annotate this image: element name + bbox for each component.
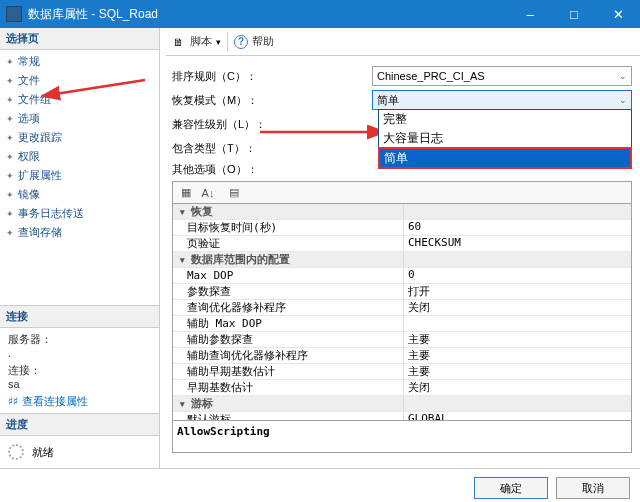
grid-row[interactable]: 查询优化器修补程序关闭 [173, 300, 631, 316]
link-icon: ♯♯ [8, 395, 18, 408]
connection-label: 连接： [8, 363, 151, 378]
sidebar-item-label: 更改跟踪 [18, 130, 62, 145]
bullet-icon: ✦ [6, 171, 14, 181]
grid-row[interactable]: 辅助查询优化器修补程序主要 [173, 348, 631, 364]
recovery-option-simple[interactable]: 简单 [379, 148, 631, 168]
script-label[interactable]: 脚本 [190, 34, 212, 49]
progress-header: 进度 [0, 414, 159, 436]
recovery-select[interactable]: 简单⌄ [372, 90, 632, 110]
bullet-icon: ✦ [6, 114, 14, 124]
sidebar-item-label: 文件 [18, 73, 40, 88]
chevron-down-icon: ⌄ [619, 95, 627, 105]
sidebar-item-label: 文件组 [18, 92, 51, 107]
progress-status: 就绪 [32, 445, 54, 460]
collation-select[interactable]: Chinese_PRC_CI_AS⌄ [372, 66, 632, 86]
minimize-button[interactable]: – [508, 0, 552, 28]
bullet-icon: ✦ [6, 228, 14, 238]
grid-row[interactable]: 辅助早期基数估计主要 [173, 364, 631, 380]
sidebar-item-label: 选项 [18, 111, 40, 126]
grid-category-scope[interactable]: ▾数据库范围内的配置 [173, 252, 631, 268]
grid-row[interactable]: Max DOP0 [173, 268, 631, 284]
grid-row[interactable]: 辅助 Max DOP [173, 316, 631, 332]
sidebar-item-filegroups[interactable]: ✦文件组 [0, 90, 159, 109]
chevron-down-icon: ⌄ [619, 71, 627, 81]
connection-body: 服务器：. 连接：sa ♯♯查看连接属性 [0, 328, 159, 413]
progress-body: 就绪 [0, 436, 159, 468]
ok-button[interactable]: 确定 [474, 477, 548, 499]
grid-row[interactable]: 参数探查打开 [173, 284, 631, 300]
help-icon[interactable]: ? [234, 35, 248, 49]
connection-header: 连接 [0, 306, 159, 328]
property-grid-toolbar: ▦ A↓ ▤ [172, 181, 632, 203]
recovery-option-bulk[interactable]: 大容量日志 [379, 129, 631, 148]
grid-row[interactable]: 页验证CHECKSUM [173, 236, 631, 252]
bullet-icon: ✦ [6, 209, 14, 219]
sidebar-item-label: 权限 [18, 149, 40, 164]
sidebar-item-querystore[interactable]: ✦查询存储 [0, 223, 159, 242]
link-label: 查看连接属性 [22, 394, 88, 409]
grid-row[interactable]: 默认游标GLOBAL [173, 412, 631, 421]
bullet-icon: ✦ [6, 57, 14, 67]
server-label: 服务器： [8, 332, 151, 347]
grid-row[interactable]: 辅助参数探查主要 [173, 332, 631, 348]
categorize-icon[interactable]: ▦ [177, 184, 195, 202]
form-area: 排序规则（C）： Chinese_PRC_CI_AS⌄ 恢复模式（M）： 简单⌄… [166, 56, 640, 457]
collapse-caret-icon[interactable]: ▾ [177, 399, 187, 409]
collapse-caret-icon[interactable]: ▾ [177, 207, 187, 217]
sidebar-item-changetracking[interactable]: ✦更改跟踪 [0, 128, 159, 147]
sidebar-item-general[interactable]: ✦常规 [0, 52, 159, 71]
bullet-icon: ✦ [6, 152, 14, 162]
recovery-value: 简单 [377, 93, 399, 108]
sidebar-item-files[interactable]: ✦文件 [0, 71, 159, 90]
collapse-caret-icon[interactable]: ▾ [177, 255, 187, 265]
server-value: . [8, 347, 151, 359]
collation-label: 排序规则（C）： [172, 69, 372, 84]
connection-value: sa [8, 378, 151, 390]
sort-az-icon[interactable]: A↓ [199, 184, 217, 202]
sidebar-item-label: 事务日志传送 [18, 206, 84, 221]
property-description: AllowScripting [172, 421, 632, 453]
window-title: 数据库属性 - SQL_Road [28, 6, 508, 23]
collation-value: Chinese_PRC_CI_AS [377, 70, 485, 82]
dialog-buttons: 确定 取消 [0, 468, 640, 502]
sidebar-item-permissions[interactable]: ✦权限 [0, 147, 159, 166]
property-grid[interactable]: ▾恢复 目标恢复时间(秒)60 页验证CHECKSUM ▾数据库范围内的配置 M… [172, 203, 632, 421]
containment-label: 包含类型（T）： [172, 141, 372, 156]
script-icon[interactable]: 🗎 [170, 34, 186, 50]
bullet-icon: ✦ [6, 95, 14, 105]
main-panel: 🗎 脚本 ▾ ? 帮助 排序规则（C）： Chinese_PRC_CI_AS⌄ … [160, 28, 640, 468]
sidebar-item-extprops[interactable]: ✦扩展属性 [0, 166, 159, 185]
bullet-icon: ✦ [6, 133, 14, 143]
grid-category-cursor[interactable]: ▾游标 [173, 396, 631, 412]
progress-spinner-icon [8, 444, 24, 460]
app-icon [6, 6, 22, 22]
sidebar-item-label: 常规 [18, 54, 40, 69]
sidebar-item-logshipping[interactable]: ✦事务日志传送 [0, 204, 159, 223]
sidebar-item-label: 扩展属性 [18, 168, 62, 183]
sidebar-item-options[interactable]: ✦选项 [0, 109, 159, 128]
sidebar: 选择页 ✦常规 ✦文件 ✦文件组 ✦选项 ✦更改跟踪 ✦权限 ✦扩展属性 ✦镜像… [0, 28, 160, 468]
help-label[interactable]: 帮助 [252, 34, 274, 49]
sidebar-item-mirroring[interactable]: ✦镜像 [0, 185, 159, 204]
sidebar-item-label: 镜像 [18, 187, 40, 202]
toolbar: 🗎 脚本 ▾ ? 帮助 [166, 28, 640, 56]
separator [227, 33, 228, 51]
select-page-header: 选择页 [0, 28, 159, 50]
page-list: ✦常规 ✦文件 ✦文件组 ✦选项 ✦更改跟踪 ✦权限 ✦扩展属性 ✦镜像 ✦事务… [0, 50, 159, 244]
bullet-icon: ✦ [6, 76, 14, 86]
properties-icon[interactable]: ▤ [225, 184, 243, 202]
view-connection-props-link[interactable]: ♯♯查看连接属性 [8, 394, 151, 409]
cancel-button[interactable]: 取消 [556, 477, 630, 499]
close-button[interactable]: ✕ [596, 0, 640, 28]
recovery-dropdown-list: 完整 大容量日志 简单 [378, 109, 632, 169]
compat-label: 兼容性级别（L）： [172, 117, 372, 132]
grid-row[interactable]: 早期基数估计关闭 [173, 380, 631, 396]
dropdown-icon[interactable]: ▾ [216, 37, 221, 47]
grid-row[interactable]: 目标恢复时间(秒)60 [173, 220, 631, 236]
grid-category-recovery[interactable]: ▾恢复 [173, 204, 631, 220]
recovery-option-full[interactable]: 完整 [379, 110, 631, 129]
recovery-label: 恢复模式（M）： [172, 93, 372, 108]
sidebar-item-label: 查询存储 [18, 225, 62, 240]
bullet-icon: ✦ [6, 190, 14, 200]
maximize-button[interactable]: □ [552, 0, 596, 28]
